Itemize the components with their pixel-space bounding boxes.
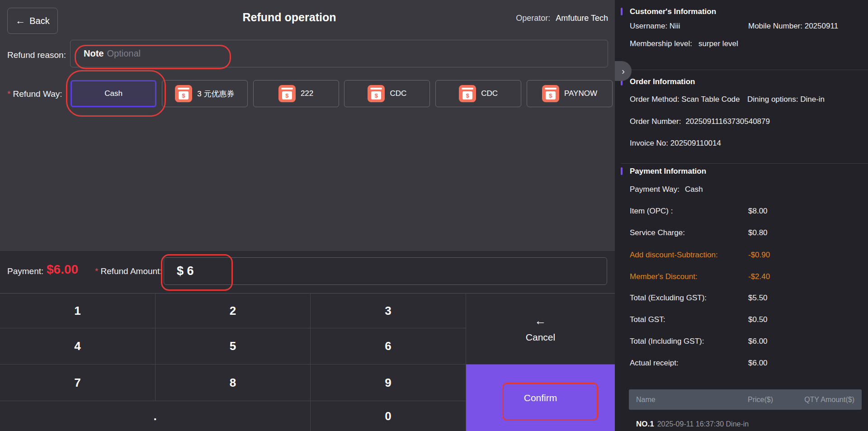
- column-name: Name: [636, 396, 721, 404]
- numpad-key-1[interactable]: 1: [0, 294, 156, 328]
- payment-amount: $6.00: [47, 262, 78, 277]
- money-voucher-icon: $: [368, 85, 385, 102]
- column-price: Price($): [721, 396, 773, 404]
- operator-label: Operator:: [516, 14, 550, 23]
- customer-membership: Membership level:surper level: [630, 39, 738, 48]
- money-voucher-icon: $: [459, 85, 476, 102]
- section-accent-bar: [621, 167, 623, 175]
- order-detail-sidebar: › Customer's Information Username: Niii …: [615, 0, 868, 431]
- membership-value: surper level: [698, 39, 738, 48]
- page-title: Refund operation: [154, 11, 425, 24]
- refund-way-option-label: 222: [301, 89, 313, 98]
- refund-way-option-cash[interactable]: Cash: [71, 80, 156, 107]
- section-divider: [621, 163, 868, 164]
- refund-way-option-label: 3 元优惠券: [197, 89, 234, 99]
- numpad-key-5[interactable]: 5: [156, 328, 311, 365]
- numpad-key-2[interactable]: 2: [156, 294, 311, 328]
- numpad-key-4[interactable]: 4: [0, 328, 156, 365]
- main-panel: ← Back Refund operation Operator:Amfutur…: [0, 0, 615, 431]
- back-button[interactable]: ← Back: [7, 8, 58, 34]
- money-voucher-icon: $: [175, 85, 192, 102]
- refund-way-option-label: CDC: [390, 89, 406, 98]
- numpad-key-9[interactable]: 9: [311, 365, 466, 401]
- invoice-number: Invoice No: 202509110014: [630, 139, 721, 148]
- note-input-placeholder: Optional: [107, 48, 141, 59]
- refund-way-option-222[interactable]: $ 222: [253, 80, 339, 107]
- back-arrow-icon: ←: [15, 16, 25, 26]
- sidebar-collapse-button[interactable]: ›: [615, 61, 632, 81]
- numpad-key-dot[interactable]: .: [0, 401, 311, 431]
- numpad-key-8[interactable]: 8: [156, 365, 311, 401]
- operator-value: Amfuture Tech: [556, 14, 608, 23]
- order-items-table: Name Price($) QTY Amount($) NO.12025-09-…: [629, 389, 862, 429]
- payment-row: Payment: $6.00 *Refund Amount: $ 6: [0, 251, 615, 293]
- refund-way-label: *Refund Way:: [7, 89, 62, 99]
- numpad-key-3[interactable]: 3: [311, 294, 466, 328]
- refund-way-option-cdc-2[interactable]: $ CDC: [435, 80, 521, 107]
- order-method: Order Method: Scan Table Code: [630, 95, 740, 104]
- customer-mobile: Mobile Number: 20250911: [748, 22, 838, 31]
- payment-panel: Payment: $6.00 *Refund Amount: $ 6 1 2 3…: [0, 251, 615, 431]
- refund-way-option-cdc-1[interactable]: $ CDC: [344, 80, 430, 107]
- column-qty-amount: QTY Amount($): [773, 396, 854, 404]
- section-accent-bar: [621, 8, 623, 15]
- confirm-button[interactable]: Confirm: [466, 365, 615, 431]
- chevron-right-icon: ›: [622, 66, 625, 76]
- section-divider: [621, 70, 868, 70]
- numpad: 1 2 3 ← Cancel 4 5 6 7 8 9 Confirm . 0: [0, 293, 615, 431]
- order-row-detail: 2025-09-11 16:37:30 Dine-in: [657, 420, 749, 428]
- required-asterisk: *: [7, 89, 10, 99]
- membership-label: Membership level:: [630, 39, 692, 48]
- refund-amount-label-text: Refund Amount:: [100, 266, 162, 276]
- order-row[interactable]: NO.12025-09-11 16:37:30 Dine-in: [629, 410, 862, 429]
- numpad-key-7[interactable]: 7: [0, 365, 156, 401]
- cancel-button[interactable]: ← Cancel: [466, 294, 615, 365]
- refund-way-options: Cash $ 3 元优惠券 $ 222 $ CDC $ CDC $ PAYNOW: [71, 80, 613, 107]
- customer-username: Username: Niii: [630, 22, 680, 31]
- numpad-key-0[interactable]: 0: [311, 401, 466, 431]
- refund-way-option-paynow[interactable]: $ PAYNOW: [527, 80, 613, 107]
- order-row-number: NO.1: [636, 420, 654, 428]
- back-arrow-icon: ←: [535, 315, 547, 327]
- payment-way-label: Payment Way:: [630, 185, 679, 194]
- refund-way-option-label: Cash: [104, 89, 123, 98]
- money-voucher-icon: $: [542, 85, 559, 102]
- money-voucher-icon: $: [278, 85, 296, 102]
- refund-way-option-label: PAYNOW: [564, 89, 597, 98]
- order-number: Order Number:20250911163730540879: [630, 117, 770, 126]
- refund-way-option-voucher[interactable]: $ 3 元优惠券: [162, 80, 248, 107]
- payment-way: Payment Way:Cash: [630, 185, 703, 194]
- back-button-label: Back: [29, 16, 49, 26]
- numpad-key-6[interactable]: 6: [311, 328, 466, 365]
- note-input[interactable]: Note Optional: [70, 40, 608, 67]
- note-input-value: Note: [84, 48, 104, 59]
- dining-options: Dining options: Dine-in: [747, 95, 825, 104]
- order-number-value: 20250911163730540879: [685, 117, 770, 126]
- table-header: Name Price($) QTY Amount($): [629, 389, 862, 410]
- operator-info: Operator:Amfuture Tech: [516, 14, 608, 23]
- payment-way-value: Cash: [685, 185, 703, 194]
- order-number-label: Order Number:: [630, 117, 681, 126]
- refund-way-option-label: CDC: [481, 89, 498, 98]
- refund-amount-value: $ 6: [177, 264, 194, 278]
- refund-amount-input[interactable]: $ 6: [164, 257, 607, 285]
- cancel-button-label: Cancel: [526, 332, 555, 343]
- refund-way-label-text: Refund Way:: [13, 89, 62, 99]
- refund-amount-label: *Refund Amount:: [95, 266, 162, 276]
- refund-operation-screen: ← Back Refund operation Operator:Amfutur…: [0, 0, 868, 431]
- required-asterisk: *: [95, 266, 98, 276]
- refund-reason-label: Refund reason:: [7, 50, 66, 60]
- payment-label: Payment:: [7, 266, 43, 276]
